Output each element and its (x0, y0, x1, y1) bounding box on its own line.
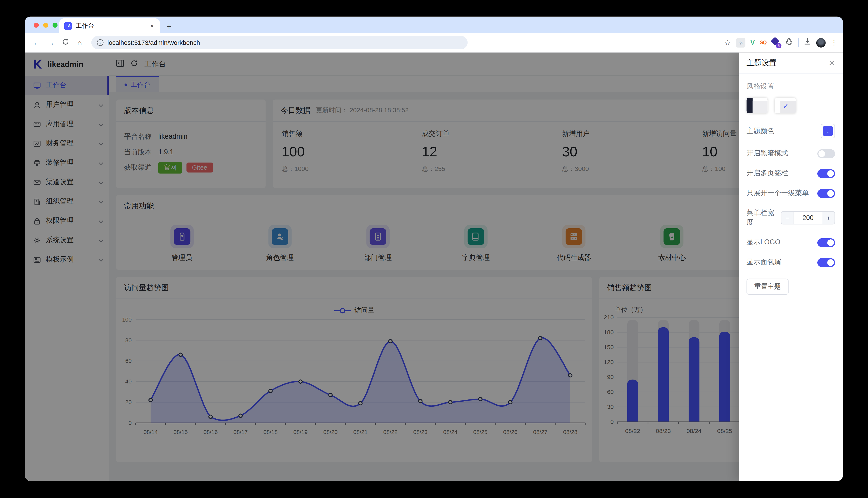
toggle-knob (827, 239, 834, 246)
multi-tab-label: 开启多页签栏 (746, 169, 788, 178)
browser-toolbar: ← → ⌂ i localhost:5173/admin/workbench ☆… (25, 33, 843, 52)
vue-devtools-icon[interactable]: V (750, 39, 755, 46)
drawer-title: 主题设置 (746, 58, 776, 68)
theme-color-picker[interactable]: ⌄ (820, 124, 835, 138)
thumb-body (753, 101, 768, 113)
window-controls[interactable] (34, 23, 58, 27)
minimize-window-button[interactable] (43, 23, 48, 27)
decrease-button[interactable]: − (781, 212, 794, 224)
theme-settings-drawer: 主题设置 ✕ 风格设置 ✓ 主题颜色 (739, 52, 843, 481)
admin-app: likeadmin 工作台用户管理应用管理财务管理装修管理渠道设置组织管理权限管… (25, 52, 843, 481)
menu-width-value[interactable]: 200 (794, 212, 822, 224)
reset-theme-button[interactable]: 重置主题 (746, 279, 789, 294)
close-window-button[interactable] (34, 23, 39, 27)
toggle-knob (827, 259, 834, 266)
dark-mode-row: 开启黑暗模式 (746, 149, 835, 158)
thumb-light-strip (775, 98, 780, 114)
downloads-icon[interactable] (804, 38, 811, 48)
tab-close-icon[interactable]: × (149, 23, 155, 29)
style-option-light[interactable]: ✓ (775, 98, 795, 114)
profile-avatar[interactable] (816, 38, 826, 47)
style-thumbnails: ✓ (746, 98, 835, 114)
forward-icon[interactable]: → (45, 38, 57, 47)
menu-width-stepper: −200+ (781, 211, 835, 224)
show-logo-row: 显示LOGO (746, 238, 835, 247)
multi-tab-row: 开启多页签栏 (746, 169, 835, 178)
home-icon[interactable]: ⌂ (74, 38, 86, 47)
reload-icon[interactable] (59, 38, 71, 47)
multi-tab-toggle[interactable] (817, 169, 835, 178)
toggle-knob (827, 190, 834, 197)
drawer-settings-rows: 开启黑暗模式开启多页签栏只展开一个一级菜单菜单栏宽度−200+显示LOGO显示面… (746, 149, 835, 267)
thumb-dark-sidebar-strip (746, 98, 753, 114)
browser-menu-icon[interactable]: ⋮ (831, 39, 837, 46)
tab-favicon: LA (64, 22, 72, 29)
show-breadcrumb-row: 显示面包屑 (746, 258, 835, 267)
browser-window: LA 工作台 × + ← → ⌂ i localhost:5173/admin/… (25, 17, 843, 481)
screen-root: LA 工作台 × + ← → ⌂ i localhost:5173/admin/… (0, 0, 868, 498)
toolbar-divider (798, 38, 799, 47)
dark-mode-label: 开启黑暗模式 (746, 149, 788, 158)
menu-width-label: 菜单栏宽度 (746, 208, 781, 227)
site-info-icon[interactable]: i (97, 39, 103, 46)
show-logo-label: 显示LOGO (746, 238, 780, 247)
style-section-label: 风格设置 (746, 82, 835, 91)
extensions-puzzle-icon[interactable] (786, 38, 793, 48)
increase-button[interactable]: + (822, 212, 834, 224)
address-bar[interactable]: i localhost:5173/admin/workbench (91, 36, 468, 49)
browser-tabstrip: LA 工作台 × + (25, 17, 843, 33)
url-text[interactable]: localhost:5173/admin/workbench (107, 39, 200, 46)
show-logo-toggle[interactable] (817, 238, 835, 247)
gem-badge: 5 (776, 43, 781, 48)
theme-color-label: 主题颜色 (746, 126, 774, 136)
style-option-dark-sidebar[interactable] (746, 98, 767, 114)
browser-tab[interactable]: LA 工作台 × (59, 18, 160, 33)
theme-color-row: 主题颜色 ⌄ (746, 124, 835, 138)
sq-extension-icon[interactable]: SQ (760, 40, 766, 45)
toolbar-right-icons: ☆ ⚛ V SQ 5 ⋮ (724, 38, 837, 48)
zoom-window-button[interactable] (53, 23, 58, 27)
show-breadcrumb-toggle[interactable] (817, 258, 835, 267)
drawer-close-icon[interactable]: ✕ (829, 58, 835, 67)
theme-color-swatch[interactable]: ⌄ (823, 126, 833, 136)
gem-extension-icon[interactable]: 5 (771, 38, 780, 47)
react-devtools-icon[interactable]: ⚛ (736, 38, 745, 47)
single-expand-toggle[interactable] (817, 189, 835, 198)
back-icon[interactable]: ← (30, 38, 43, 47)
toggle-knob (818, 150, 825, 157)
bookmark-star-icon[interactable]: ☆ (724, 38, 731, 47)
toggle-knob (827, 170, 834, 177)
selected-check-icon: ✓ (783, 102, 789, 110)
menu-width-row: 菜单栏宽度−200+ (746, 208, 835, 227)
new-tab-button[interactable]: + (167, 22, 171, 30)
single-expand-row: 只展开一个一级菜单 (746, 188, 835, 198)
dark-mode-toggle[interactable] (817, 149, 835, 158)
show-breadcrumb-label: 显示面包屑 (746, 258, 781, 267)
tab-title: 工作台 (76, 22, 145, 30)
single-expand-label: 只展开一个一级菜单 (746, 188, 809, 198)
drawer-modal-overlay[interactable] (25, 52, 843, 481)
